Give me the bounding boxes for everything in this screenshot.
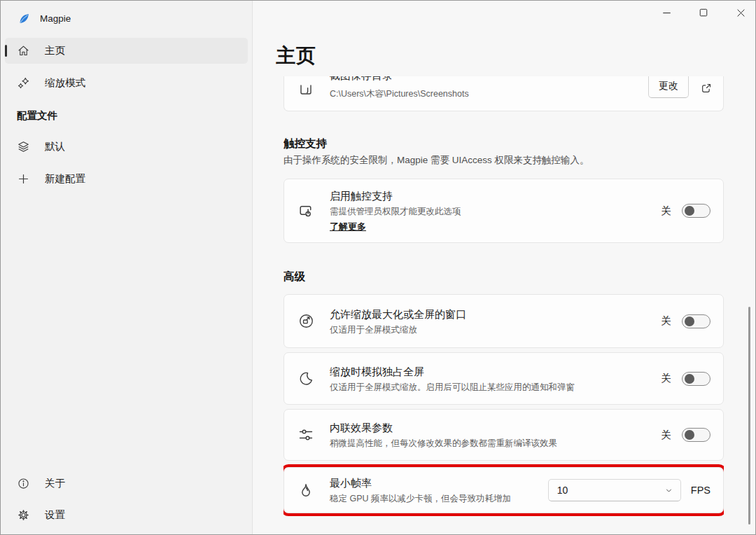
info-icon: [17, 477, 30, 490]
card-text: 内联效果参数 稍微提高性能，但每次修改效果的参数都需重新编译该效果: [330, 420, 662, 450]
toggle-knob: [685, 374, 694, 384]
section-title-advanced: 高级: [284, 270, 724, 284]
card-text: 缩放时模拟独占全屏 仅适用于全屏模式缩放。启用后可以阻止某些应用的通知和弹窗: [330, 364, 662, 394]
sidebar: Magpie 主页: [1, 1, 253, 534]
screenshot-directory-card: 截图保存目录 C:\Users\木容\Pictures\Screenshots …: [284, 76, 724, 111]
maximize-window-icon: [297, 312, 315, 330]
sidebar-item-new-profile[interactable]: 新建配置: [5, 166, 248, 192]
card-title: 缩放时模拟独占全屏: [330, 364, 662, 380]
maximize-icon[interactable]: [698, 7, 709, 18]
toggle-knob: [685, 317, 694, 326]
settings-scroll-area: 截图保存目录 C:\Users\木容\Pictures\Screenshots …: [284, 76, 724, 534]
open-folder-icon[interactable]: [697, 79, 715, 97]
card-subtitle: 稳定 GPU 频率以减少卡顿，但会导致功耗增加: [330, 492, 548, 505]
toggle-knob: [685, 206, 694, 216]
fps-control: 10 FPS: [548, 479, 710, 501]
sparkles-icon: [17, 76, 30, 90]
fps-dropdown[interactable]: 10: [548, 479, 681, 501]
sidebar-item-home[interactable]: 主页: [5, 38, 248, 64]
sidebar-item-about[interactable]: 关于: [5, 471, 248, 496]
vertical-scrollbar[interactable]: [748, 307, 750, 524]
sidebar-nav: 主页 缩放模式 配置文件: [1, 36, 252, 471]
app-title: Magpie: [40, 13, 71, 24]
toggle-control: 关: [662, 314, 711, 328]
chevron-down-icon: [664, 486, 673, 495]
app-header: Magpie: [1, 1, 252, 36]
close-icon[interactable]: [735, 7, 746, 18]
sidebar-item-label: 关于: [45, 477, 65, 490]
touch-support-card: 启用触控支持 需提供管理员权限才能更改此选项 了解更多 关: [284, 179, 724, 243]
card-text: 启用触控支持 需提供管理员权限才能更改此选项 了解更多: [330, 188, 662, 233]
section-title-touch: 触控支持: [284, 137, 724, 151]
home-icon: [17, 44, 30, 57]
toggle-state-label: 关: [662, 429, 672, 442]
sliders-icon: [297, 426, 315, 443]
inline-effect-params-toggle[interactable]: [682, 428, 710, 442]
toggle-control: 关: [662, 204, 711, 218]
sidebar-item-label: 设置: [45, 508, 65, 522]
flame-icon: [297, 482, 315, 499]
sidebar-item-default-profile[interactable]: 默认: [5, 134, 248, 160]
magpie-logo-icon: [18, 12, 31, 25]
card-title: 允许缩放最大化或全屏的窗口: [330, 307, 662, 322]
sidebar-item-scaling-modes[interactable]: 缩放模式: [5, 70, 248, 96]
card-title: 截图保存目录: [330, 76, 393, 83]
toggle-state-label: 关: [662, 314, 672, 328]
toggle-control: 关: [662, 372, 711, 386]
card-subtitle: 稍微提高性能，但每次修改效果的参数都需重新编译该效果: [330, 437, 662, 450]
magpie-window: Magpie 主页: [0, 0, 756, 535]
min-frame-rate-card: 最小帧率 稳定 GPU 频率以减少卡顿，但会导致功耗增加 10 FPS: [284, 467, 724, 513]
layers-icon: [17, 140, 30, 153]
sidebar-section-profiles: 配置文件: [5, 109, 248, 123]
toggle-knob: [685, 430, 694, 440]
card-title: 启用触控支持: [330, 188, 662, 204]
plus-icon: [17, 172, 30, 186]
sidebar-item-label: 新建配置: [45, 172, 85, 186]
sidebar-item-label: 主页: [45, 44, 65, 57]
toggle-control: 关: [662, 428, 711, 442]
simulate-exclusive-fullscreen-toggle[interactable]: [682, 372, 710, 386]
gear-icon: [17, 508, 30, 522]
sidebar-item-label: 默认: [45, 140, 65, 153]
page-title: 主页: [276, 43, 316, 69]
window-controls: [661, 7, 746, 18]
toggle-state-label: 关: [662, 372, 672, 385]
simulate-exclusive-fullscreen-card: 缩放时模拟独占全屏 仅适用于全屏模式缩放。启用后可以阻止某些应用的通知和弹窗 关: [284, 352, 724, 405]
change-button[interactable]: 更改: [648, 76, 689, 98]
card-title: 最小帧率: [330, 475, 548, 491]
touch-icon: [297, 202, 315, 220]
sidebar-footer: 关于 设置: [1, 471, 252, 534]
selected-accent-bar: [5, 45, 7, 57]
card-text: 允许缩放最大化或全屏的窗口 仅适用于全屏模式缩放: [330, 307, 662, 336]
moon-icon: [297, 370, 315, 387]
screenshot-path: C:\Users\木容\Pictures\Screenshots: [330, 88, 469, 100]
minimize-icon[interactable]: [661, 7, 672, 18]
fps-dropdown-value: 10: [557, 485, 568, 496]
card-subtitle: 仅适用于全屏模式缩放。启用后可以阻止某些应用的通知和弹窗: [330, 381, 662, 394]
screenshot-save-icon: [298, 81, 314, 97]
card-title: 内联效果参数: [330, 420, 662, 436]
card-text: 最小帧率 稳定 GPU 频率以减少卡顿，但会导致功耗增加: [330, 475, 548, 505]
card-subtitle: 需提供管理员权限才能更改此选项: [330, 205, 662, 218]
main-content: 主页 截图保存目录 C:\Users\木容\Pictures\Screensho…: [253, 1, 755, 534]
allow-scaling-maximized-toggle[interactable]: [682, 314, 710, 328]
touch-support-toggle[interactable]: [682, 204, 710, 218]
fps-unit-label: FPS: [691, 485, 710, 496]
toggle-state-label: 关: [662, 204, 672, 218]
sidebar-item-label: 缩放模式: [45, 76, 85, 90]
card-subtitle: 仅适用于全屏模式缩放: [330, 324, 662, 336]
section-description-touch: 由于操作系统的安全限制，Magpie 需要 UIAccess 权限来支持触控输入…: [284, 154, 724, 167]
allow-scaling-maximized-card: 允许缩放最大化或全屏的窗口 仅适用于全屏模式缩放 关: [284, 294, 724, 348]
sidebar-item-settings[interactable]: 设置: [5, 502, 248, 528]
learn-more-link[interactable]: 了解更多: [330, 221, 366, 233]
inline-effect-params-card: 内联效果参数 稍微提高性能，但每次修改效果的参数都需重新编译该效果 关: [284, 409, 724, 461]
